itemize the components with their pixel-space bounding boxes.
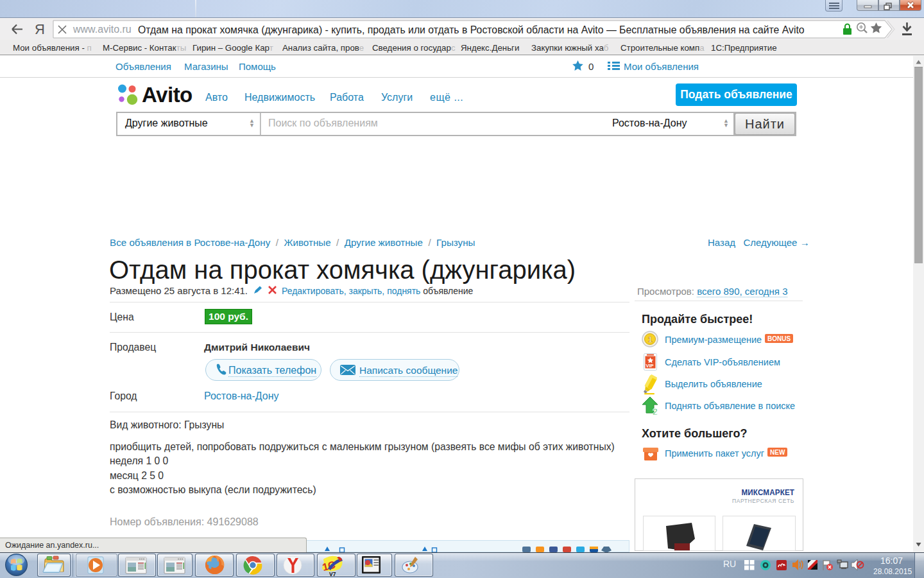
svg-text:V7: V7 (329, 571, 336, 577)
svg-text:2: 2 (653, 407, 658, 416)
svg-text:VIP: VIP (646, 363, 654, 369)
svg-text:1: 1 (648, 335, 653, 344)
